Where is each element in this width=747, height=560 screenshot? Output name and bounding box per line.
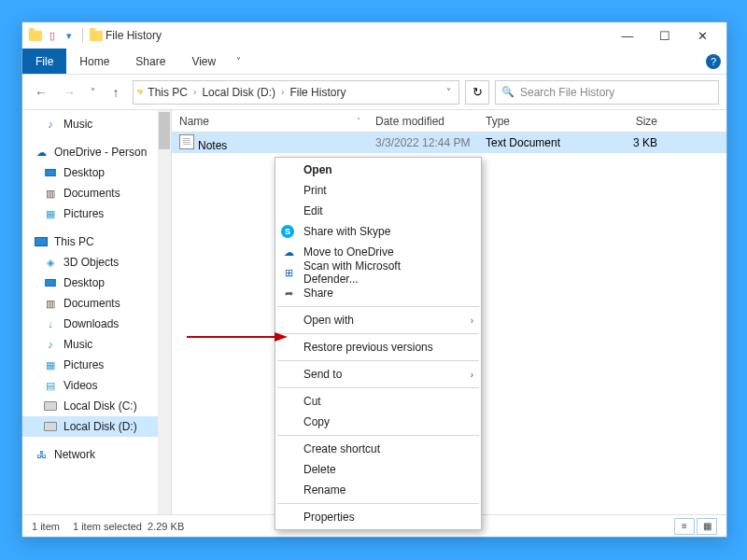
menu-print[interactable]: Print (275, 180, 481, 201)
cloud-icon: ☁ (281, 245, 296, 259)
sidebar-od-pictures[interactable]: ▦Pictures (22, 203, 171, 224)
sidebar-drive-d[interactable]: Local Disk (D:) (22, 416, 171, 437)
sidebar-downloads[interactable]: ↓Downloads (22, 314, 171, 334)
music-icon: ♪ (43, 338, 58, 351)
menu-delete[interactable]: Delete (275, 459, 481, 480)
desktop-icon (43, 166, 58, 179)
help-button[interactable]: ? (700, 49, 726, 74)
minimize-button[interactable]: — (609, 22, 646, 49)
sidebar-music-quick[interactable]: ♪Music (22, 114, 171, 134)
search-input[interactable]: 🔍 Search File History (495, 80, 719, 105)
search-placeholder: Search File History (520, 86, 614, 99)
menu-properties[interactable]: Properties (275, 507, 481, 527)
crumb-folder[interactable]: File History (286, 86, 349, 99)
tab-view[interactable]: View (178, 49, 229, 74)
nav-history-dropdown[interactable]: ˅ (86, 81, 99, 104)
scrollbar-thumb[interactable] (159, 112, 170, 149)
sidebar-drive-c[interactable]: Local Disk (C:) (22, 396, 171, 416)
sidebar-3d-objects[interactable]: ◈3D Objects (22, 252, 171, 273)
qat-icon-2[interactable]: ▾ (62, 28, 77, 43)
nav-up-button[interactable]: ↑ (105, 81, 127, 104)
menu-copy[interactable]: Copy (275, 412, 481, 432)
documents-icon: ▥ (43, 297, 58, 310)
menu-separator (277, 435, 479, 436)
sidebar-network[interactable]: 🖧Network (22, 444, 171, 465)
window-title: File History (106, 29, 162, 42)
file-date-cell: 3/3/2022 12:44 PM (368, 136, 478, 149)
menu-restore[interactable]: Restore previous versions (275, 337, 481, 357)
sidebar-onedrive[interactable]: ☁OneDrive - Person (22, 142, 171, 162)
sidebar-documents[interactable]: ▥Documents (22, 293, 171, 314)
nav-forward-button[interactable]: → (58, 81, 80, 104)
desktop-icon (43, 276, 58, 289)
submenu-arrow-icon: › (471, 315, 473, 326)
tab-home[interactable]: Home (66, 49, 122, 74)
qat-icon-1[interactable]: ▯ (45, 28, 60, 43)
refresh-button[interactable]: ↻ (465, 80, 489, 105)
file-row[interactable]: Notes 3/3/2022 12:44 PM Text Document 3 … (172, 133, 726, 153)
menu-cut[interactable]: Cut (275, 391, 481, 412)
skype-icon: S (281, 225, 294, 238)
ribbon: File Home Share View ˅ ? (22, 49, 726, 75)
menu-defender[interactable]: ⊞Scan with Microsoft Defender... (275, 262, 481, 283)
folder-icon (28, 28, 43, 43)
col-date[interactable]: Date modified (368, 115, 478, 128)
menu-open[interactable]: Open (275, 160, 481, 180)
view-details-button[interactable]: ≡ (674, 518, 695, 535)
sidebar-od-documents[interactable]: ▥Documents (22, 183, 171, 203)
file-size-cell: 3 KB (590, 136, 665, 149)
video-icon: ▤ (43, 379, 58, 392)
drive-icon (43, 399, 58, 413)
pictures-icon: ▦ (43, 207, 58, 220)
sidebar-videos[interactable]: ▤Videos (22, 375, 171, 396)
sidebar-od-desktop[interactable]: Desktop (22, 162, 171, 183)
drive-icon (43, 420, 58, 433)
menu-separator (277, 333, 479, 334)
shield-icon: ⊞ (281, 265, 296, 280)
quick-access-toolbar: ▯ ▾ (28, 28, 77, 43)
menu-rename[interactable]: Rename (275, 480, 481, 500)
context-menu: Open Print Edit SShare with Skype ☁Move … (275, 157, 482, 530)
ribbon-expand-button[interactable]: ˅ (229, 49, 247, 74)
menu-skype[interactable]: SShare with Skype (275, 221, 481, 242)
sidebar-music[interactable]: ♪Music (22, 334, 171, 355)
navigation-pane: ♪Music ☁OneDrive - Person Desktop ▥Docum… (22, 110, 172, 514)
crumb-sep: › (193, 87, 196, 97)
sort-indicator-icon: ˄ (357, 117, 360, 125)
menu-separator (277, 387, 479, 388)
sidebar-scrollbar[interactable] (158, 110, 171, 514)
view-icons-button[interactable]: ▦ (697, 518, 717, 535)
menu-shortcut[interactable]: Create shortcut (275, 439, 481, 459)
music-icon: ♪ (43, 118, 58, 131)
close-button[interactable]: ✕ (684, 22, 721, 49)
network-icon: 🖧 (34, 448, 49, 461)
download-icon: ↓ (43, 317, 58, 330)
documents-icon: ▥ (43, 187, 58, 200)
nav-back-button[interactable]: ← (30, 81, 52, 104)
tab-file[interactable]: File (22, 49, 66, 74)
pictures-icon: ▦ (43, 358, 58, 371)
menu-openwith[interactable]: Open with› (275, 310, 481, 330)
menu-sendto[interactable]: Send to› (275, 364, 481, 385)
separator (82, 28, 83, 43)
maximize-button[interactable]: ☐ (646, 22, 684, 49)
menu-edit[interactable]: Edit (275, 201, 481, 221)
file-name-cell: Notes (172, 134, 368, 152)
crumb-thispc[interactable]: This PC (144, 86, 191, 99)
col-name[interactable]: Name˄ (172, 115, 368, 128)
crumb-sep: › (281, 87, 284, 97)
address-row: ← → ˅ ↑ › This PC › Local Disk (D:) › Fi… (22, 75, 726, 110)
view-buttons: ≡ ▦ (674, 518, 717, 535)
menu-separator (277, 360, 479, 361)
address-bar[interactable]: › This PC › Local Disk (D:) › File Histo… (133, 80, 459, 105)
share-icon: ➦ (281, 286, 296, 301)
address-dropdown[interactable]: ˅ (443, 87, 455, 97)
tab-share[interactable]: Share (122, 49, 178, 74)
col-size[interactable]: Size (590, 115, 665, 128)
sidebar-thispc[interactable]: This PC (22, 231, 171, 252)
col-type[interactable]: Type (478, 115, 590, 128)
menu-share[interactable]: ➦Share (275, 283, 481, 303)
sidebar-pictures[interactable]: ▦Pictures (22, 355, 171, 375)
sidebar-desktop[interactable]: Desktop (22, 273, 171, 293)
crumb-drive[interactable]: Local Disk (D:) (198, 86, 279, 99)
